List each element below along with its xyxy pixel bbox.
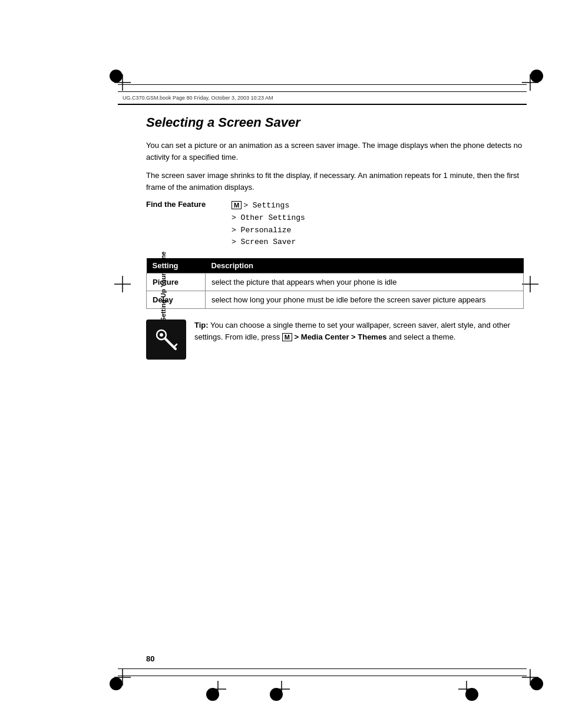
header-strip: UG.C370.GSM.book Page 80 Friday, October… (118, 91, 527, 104)
page-title: Selecting a Screen Saver (146, 115, 524, 130)
tip-menu-icon: M (282, 333, 292, 341)
settings-table: Setting Description Picture select the p… (146, 258, 524, 309)
setting-name-delay: Delay (147, 291, 206, 309)
body-paragraph-2: The screen saver image shrinks to fit th… (146, 170, 524, 193)
top-border-line-2 (118, 104, 527, 105)
top-border-line-1 (118, 84, 527, 85)
page-number: 80 (146, 654, 154, 663)
find-feature-section: Find the Feature M> Settings > Other Set… (146, 200, 524, 249)
tip-text-content: Tip: You can choose a single theme to se… (194, 319, 524, 342)
svg-line-15 (174, 344, 177, 347)
path-line-2: > Other Settings (232, 213, 305, 222)
find-feature-path: M> Settings > Other Settings > Personali… (232, 200, 305, 249)
table-row: Picture select the picture that appears … (147, 274, 524, 291)
tip-section: Tip: You can choose a single theme to se… (146, 319, 524, 360)
col-header-description: Description (206, 258, 524, 274)
bottom-border-line-1 (118, 668, 527, 669)
find-feature-label: Find the Feature (146, 200, 232, 249)
tip-prefix: Tip: (194, 321, 209, 330)
menu-icon: M (232, 201, 242, 209)
corner-circle-bot-right (465, 688, 478, 701)
col-header-setting: Setting (147, 258, 206, 274)
tip-path: > Media Center > Themes (292, 332, 386, 341)
corner-circle-bot-left (206, 688, 219, 701)
page-wrapper: UG.C370.GSM.book Page 80 Friday, October… (0, 0, 562, 728)
body-paragraph-1: You can set a picture or an animation as… (146, 140, 524, 163)
crosshair-tl (114, 74, 131, 91)
table-header-row: Setting Description (147, 258, 524, 274)
crosshair-br (522, 669, 538, 686)
crosshair-mr (522, 276, 538, 292)
svg-point-13 (160, 333, 163, 337)
setting-desc-delay: select how long your phone must be idle … (206, 291, 524, 309)
crosshair-ml (114, 276, 131, 292)
setting-desc-picture: select the picture that appears when you… (206, 274, 524, 291)
tip-icon (153, 327, 179, 353)
bottom-border-line-2 (118, 676, 527, 676)
crosshair-bl (114, 669, 131, 686)
crosshair-tr (522, 74, 538, 91)
setting-name-picture: Picture (147, 274, 206, 291)
main-content: Selecting a Screen Saver You can set a p… (146, 115, 524, 360)
corner-circle-bot-mid (270, 688, 283, 701)
path-line-1: > Settings (243, 201, 289, 210)
header-file-info: UG.C370.GSM.book Page 80 Friday, October… (123, 95, 273, 101)
tip-icon-box (146, 319, 186, 360)
path-line-3: > Personalize (232, 226, 291, 235)
tip-suffix: and select a theme. (386, 332, 455, 341)
table-row: Delay select how long your phone must be… (147, 291, 524, 309)
path-line-4: > Screen Saver (232, 238, 296, 246)
